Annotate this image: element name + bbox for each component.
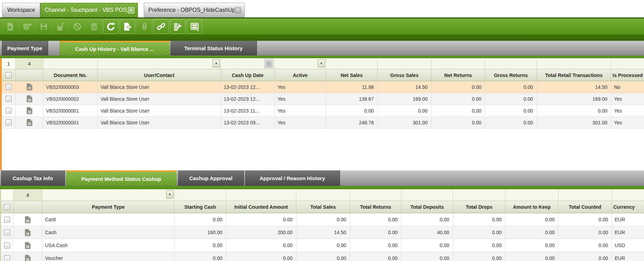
col-currency[interactable]: Currency <box>612 201 644 213</box>
cell-gross-sales: 169.00 <box>378 93 431 105</box>
tab-cashup-approval-label: Cashup Approval <box>189 175 232 181</box>
save-and-close-icon[interactable] <box>53 19 68 34</box>
col-total-retail-transactions[interactable]: Total Retail Transactions <box>537 69 611 81</box>
col-total-deposits[interactable]: Total Deposits <box>401 201 453 213</box>
filter-total-retail-transactions[interactable] <box>537 58 611 69</box>
filter-payment-type[interactable]: ▼ <box>42 189 175 201</box>
filter-total-counted[interactable] <box>558 189 612 201</box>
refresh-icon[interactable] <box>103 19 118 34</box>
col-total-sales[interactable]: Total Sales <box>296 201 350 213</box>
tab-terminal-status-history[interactable]: Terminal Status History <box>170 41 257 55</box>
table-row[interactable]: VBS2/0000001 Vall Blanca Store User 13-0… <box>2 117 644 129</box>
row-checkbox[interactable] <box>4 217 10 223</box>
link-to-record-icon[interactable] <box>153 19 169 34</box>
filter-net-sales[interactable] <box>326 58 378 69</box>
cell-total-deposits: 0.00 <box>401 239 453 252</box>
select-all-checkbox[interactable] <box>4 204 10 210</box>
filter-gross-returns[interactable] <box>485 58 537 69</box>
record-icon[interactable] <box>16 81 43 93</box>
record-icon[interactable] <box>14 252 42 261</box>
row-checkbox[interactable] <box>6 84 12 90</box>
tab-workspace[interactable]: Workspace <box>2 3 40 17</box>
col-total-counted[interactable]: Total Counted <box>558 201 612 213</box>
tab-cash-up-history[interactable]: Cash Up History - Vall Blanca ... <box>59 41 170 55</box>
select-all-checkbox[interactable] <box>6 72 12 78</box>
col-starting-cash[interactable]: Starting Cash <box>175 201 226 213</box>
record-icon[interactable] <box>14 226 42 239</box>
row-checkbox[interactable] <box>6 96 12 102</box>
record-icon[interactable] <box>14 239 42 252</box>
record-icon[interactable] <box>16 93 43 105</box>
filter-user-contact[interactable]: ▼ <box>98 58 221 69</box>
col-initial-counted-amount[interactable]: Initial Counted Amount <box>226 201 296 213</box>
tab-approval-reason-history[interactable]: Approval / Reason History <box>245 170 340 186</box>
col-document-no[interactable]: Document No. <box>43 69 98 81</box>
record-icon[interactable] <box>16 117 43 128</box>
col-is-processed[interactable]: Is Processed <box>611 69 644 81</box>
undo-icon[interactable] <box>69 19 85 34</box>
col-net-sales[interactable]: Net Sales <box>326 69 378 81</box>
selection-stripe <box>0 58 2 170</box>
save-icon[interactable] <box>36 19 51 34</box>
table-row[interactable]: VBS2/0000001 Vall Blanca Store User 13-0… <box>2 105 644 117</box>
chevron-down-icon[interactable]: ▼ <box>213 59 220 68</box>
window-views-icon[interactable] <box>187 19 202 34</box>
tab-preference[interactable]: Preference - OBPOS_HideCashUpl... ✕ <box>144 3 245 17</box>
tab-cashup-tax-info[interactable]: Cashup Tax Info <box>1 170 65 186</box>
row-checkbox[interactable] <box>4 243 10 248</box>
col-payment-type[interactable]: Payment Type <box>42 201 175 213</box>
filter-total-drops[interactable] <box>453 189 505 201</box>
filter-amount-to-keep[interactable] <box>505 189 558 201</box>
tab-cashup-approval[interactable]: Cashup Approval <box>178 170 244 186</box>
filter-total-returns[interactable] <box>350 189 401 201</box>
table-row[interactable]: Card 0.00 0.00 0.00 0.00 0.00 0.00 0.00 … <box>1 213 644 226</box>
col-active[interactable]: Active <box>275 69 326 81</box>
cell-initial-counted-amount: 0.00 <box>226 252 296 261</box>
col-total-returns[interactable]: Total Returns <box>350 201 401 213</box>
row-checkbox[interactable] <box>6 108 12 114</box>
tab-channel-touchpoint[interactable]: Channel - Touchpoint - VBS POS... ✕ <box>40 3 138 17</box>
filter-gross-sales[interactable] <box>378 58 431 69</box>
table-row[interactable]: VBS2/0000003 Vall Blanca Store User 13-0… <box>2 81 644 93</box>
col-cash-up-date[interactable]: Cash Up Date <box>221 69 275 81</box>
col-user-contact[interactable]: User/Contact <box>98 69 221 81</box>
filter-cash-up-date[interactable] <box>221 58 275 69</box>
filter-total-deposits[interactable] <box>401 189 453 201</box>
close-icon[interactable]: ✕ <box>235 7 241 14</box>
filter-starting-cash[interactable] <box>175 189 226 201</box>
tab-payment-type[interactable]: Payment Type <box>2 41 48 55</box>
filter-active[interactable]: ▼ <box>275 58 326 69</box>
filter-total-sales[interactable] <box>296 189 350 201</box>
export-grid-icon[interactable] <box>120 19 135 34</box>
filter-currency[interactable] <box>612 189 644 201</box>
chevron-down-icon[interactable]: ▼ <box>318 59 325 68</box>
row-checkbox[interactable] <box>4 230 10 236</box>
filter-initial-counted-amount[interactable] <box>226 189 296 201</box>
audit-trail-icon[interactable] <box>170 19 185 34</box>
filter-is-processed[interactable] <box>611 58 644 69</box>
close-icon[interactable]: ✕ <box>128 7 134 14</box>
new-document-icon[interactable] <box>2 19 18 34</box>
date-picker-icon[interactable] <box>265 59 273 68</box>
table-row[interactable]: VBS2/0000002 Vall Blanca Store User 13-0… <box>2 93 644 105</box>
chevron-down-icon[interactable]: ▼ <box>166 190 173 199</box>
col-total-drops[interactable]: Total Drops <box>453 201 505 213</box>
table-row[interactable]: Voucher 0.00 0.00 0.00 0.00 0.00 0.00 0.… <box>1 252 644 261</box>
col-net-returns[interactable]: Net Returns <box>431 69 485 81</box>
row-checkbox[interactable] <box>4 255 10 261</box>
col-gross-returns[interactable]: Gross Returns <box>485 69 537 81</box>
tab-payment-method-status-cashup[interactable]: Payment Method Status Cashup <box>66 170 177 186</box>
col-gross-sales[interactable]: Gross Sales <box>378 69 431 81</box>
attachments-icon[interactable] <box>136 19 152 34</box>
table-row[interactable]: Cash 160.00 200.00 14.50 0.00 40.00 0.00… <box>1 226 644 239</box>
cell-gross-returns: 0.00 <box>485 117 537 128</box>
record-icon[interactable] <box>16 105 43 116</box>
table-row[interactable]: USA Cash 0.00 0.00 0.00 0.00 0.00 0.00 0… <box>1 239 644 252</box>
delete-icon[interactable] <box>86 19 102 34</box>
filter-document-no[interactable] <box>43 58 98 69</box>
filter-net-returns[interactable] <box>431 58 485 69</box>
new-row-in-grid-icon[interactable] <box>19 19 35 34</box>
row-checkbox[interactable] <box>6 120 12 125</box>
col-amount-to-keep[interactable]: Amount to Keep <box>505 201 558 213</box>
record-icon[interactable] <box>14 213 42 226</box>
